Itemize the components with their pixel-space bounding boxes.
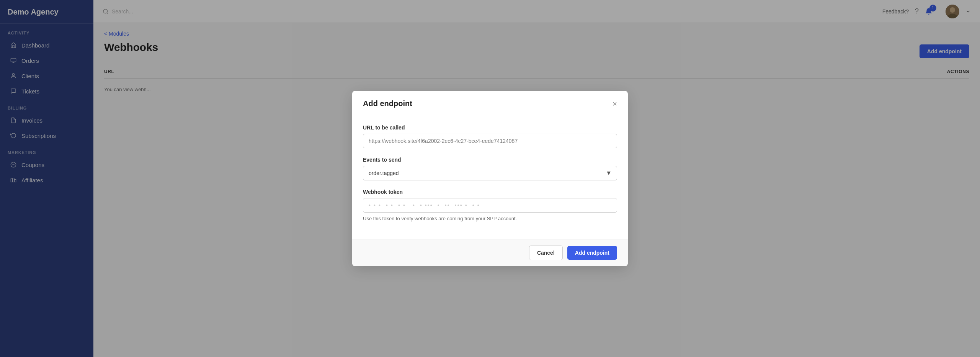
url-label: URL to be called [363, 124, 617, 131]
token-label: Webhook token [363, 189, 617, 195]
url-input[interactable] [363, 134, 617, 148]
token-hint: Use this token to verify webhooks are co… [363, 216, 617, 221]
submit-button[interactable]: Add endpoint [567, 246, 617, 260]
token-input[interactable] [363, 198, 617, 213]
modal-header: Add endpoint × [352, 91, 628, 115]
cancel-button[interactable]: Cancel [529, 246, 563, 260]
events-select[interactable]: order.tagged order.completed order.cance… [363, 166, 617, 180]
modal-overlay: Add endpoint × URL to be called Events t… [0, 0, 980, 357]
token-form-group: Webhook token Use this token to verify w… [363, 189, 617, 221]
events-select-wrapper: order.tagged order.completed order.cance… [363, 166, 617, 180]
modal-footer: Cancel Add endpoint [352, 239, 628, 266]
events-form-group: Events to send order.tagged order.comple… [363, 157, 617, 180]
url-form-group: URL to be called [363, 124, 617, 148]
modal-close-button[interactable]: × [612, 100, 617, 108]
modal-body: URL to be called Events to send order.ta… [352, 115, 628, 239]
events-label: Events to send [363, 157, 617, 163]
modal-title: Add endpoint [363, 99, 412, 108]
add-endpoint-modal: Add endpoint × URL to be called Events t… [352, 91, 628, 266]
